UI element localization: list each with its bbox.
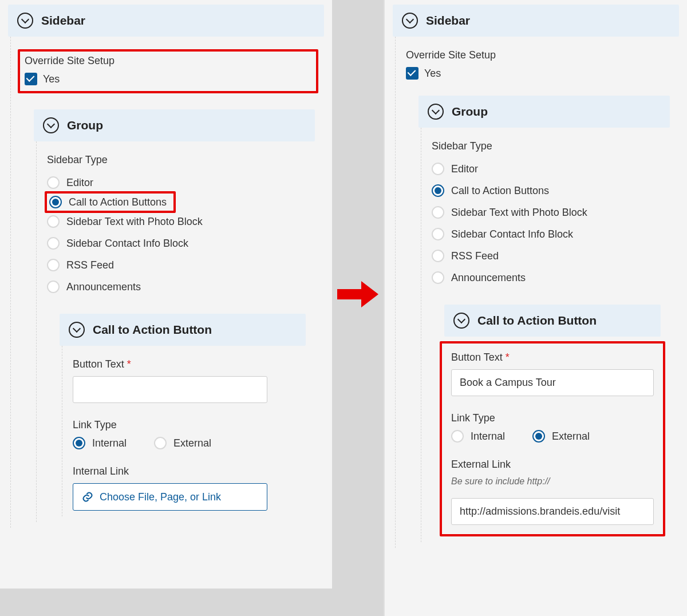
radio-icon bbox=[532, 430, 545, 443]
sidebar-type-option[interactable]: Sidebar Contact Info Block bbox=[432, 223, 661, 245]
radio-icon bbox=[451, 430, 464, 443]
radio-icon bbox=[432, 271, 444, 284]
radio-icon bbox=[47, 215, 60, 228]
choose-file-button[interactable]: Choose File, Page, or Link bbox=[73, 483, 267, 511]
override-label: Override Site Setup bbox=[25, 55, 311, 67]
external-link-input[interactable] bbox=[451, 498, 654, 525]
radio-icon bbox=[432, 163, 444, 175]
override-checkbox[interactable] bbox=[406, 67, 418, 80]
group-body: Sidebar Type Editor Call to Action Butto… bbox=[421, 128, 670, 542]
sidebar-type-option[interactable]: Call to Action Buttons bbox=[45, 191, 176, 213]
radio-icon bbox=[432, 228, 444, 240]
radio-icon bbox=[432, 250, 444, 262]
cta-title: Call to Action Button bbox=[93, 323, 212, 337]
link-type-option[interactable]: External bbox=[532, 430, 590, 443]
link-type-radio-group: Internal External bbox=[73, 437, 297, 449]
group-title: Group bbox=[67, 119, 103, 132]
sidebar-body: Override Site Setup Yes Group Sidebar Ty… bbox=[395, 37, 679, 548]
required-marker: * bbox=[127, 358, 131, 370]
group-accordion-header[interactable]: Group bbox=[34, 109, 315, 141]
arrow-icon bbox=[337, 281, 378, 307]
group-body: Sidebar Type Editor Call to Action Butto… bbox=[36, 141, 315, 522]
sidebar-title: Sidebar bbox=[41, 14, 85, 27]
sidebar-type-option[interactable]: RSS Feed bbox=[432, 245, 661, 267]
sidebar-type-option[interactable]: Sidebar Contact Info Block bbox=[47, 232, 306, 254]
internal-link-label: Internal Link bbox=[73, 465, 297, 477]
right-panel: Sidebar Override Site Setup Yes Group Si… bbox=[384, 0, 687, 616]
radio-icon bbox=[47, 237, 60, 250]
sidebar-type-option[interactable]: Call to Action Buttons bbox=[432, 180, 661, 202]
sidebar-type-option[interactable]: Announcements bbox=[47, 276, 306, 298]
button-text-input[interactable] bbox=[73, 376, 267, 403]
cta-body: Button Text * Link Type Internal bbox=[62, 346, 306, 516]
sidebar-body: Override Site Setup Yes Group Sidebar Ty… bbox=[10, 37, 324, 528]
sidebar-title: Sidebar bbox=[426, 14, 470, 27]
override-value-label: Yes bbox=[43, 73, 60, 85]
sidebar-accordion-header[interactable]: Sidebar bbox=[8, 5, 324, 37]
chevron-down-icon bbox=[428, 104, 444, 120]
sidebar-type-option[interactable]: Sidebar Text with Photo Block bbox=[47, 211, 306, 232]
external-link-label: External Link bbox=[451, 459, 654, 471]
radio-icon bbox=[432, 206, 444, 219]
radio-icon bbox=[154, 437, 167, 449]
radio-icon bbox=[47, 176, 60, 189]
cta-accordion-header[interactable]: Call to Action Button bbox=[444, 305, 661, 337]
button-text-label: Button Text * bbox=[451, 352, 654, 364]
highlight-cta-fields: Button Text * Link Type Internal bbox=[440, 341, 665, 536]
group-accordion-header[interactable]: Group bbox=[418, 96, 670, 128]
highlight-cta-radio: Call to Action Buttons bbox=[47, 194, 306, 211]
radio-icon bbox=[47, 281, 60, 293]
link-type-radio-group: Internal External bbox=[451, 430, 654, 443]
cta-title: Call to Action Button bbox=[477, 314, 597, 327]
group-title: Group bbox=[452, 105, 488, 119]
link-type-label: Link Type bbox=[73, 419, 297, 431]
sidebar-type-label: Sidebar Type bbox=[47, 154, 306, 166]
override-value-label: Yes bbox=[424, 68, 441, 80]
radio-icon bbox=[47, 259, 60, 271]
sidebar-type-label: Sidebar Type bbox=[432, 140, 661, 152]
link-icon bbox=[81, 491, 94, 503]
chevron-down-icon bbox=[402, 13, 418, 29]
sidebar-type-option[interactable]: Editor bbox=[432, 158, 661, 180]
link-type-option[interactable]: Internal bbox=[451, 430, 505, 443]
required-marker: * bbox=[506, 352, 510, 363]
sidebar-type-radio-group: Editor Call to Action Buttons Sidebar Te… bbox=[47, 172, 306, 298]
link-type-option[interactable]: Internal bbox=[73, 437, 127, 449]
button-text-label: Button Text * bbox=[73, 358, 297, 370]
override-checkbox[interactable] bbox=[25, 73, 37, 85]
left-panel: Sidebar Override Site Setup Yes Group Si… bbox=[0, 0, 332, 589]
sidebar-accordion-header[interactable]: Sidebar bbox=[393, 5, 679, 37]
chevron-down-icon bbox=[17, 13, 33, 29]
radio-icon bbox=[49, 196, 62, 208]
chevron-down-icon bbox=[43, 117, 59, 133]
chevron-down-icon bbox=[69, 322, 85, 338]
button-text-input[interactable] bbox=[451, 369, 654, 396]
cta-accordion-header[interactable]: Call to Action Button bbox=[60, 314, 306, 346]
sidebar-type-option[interactable]: Sidebar Text with Photo Block bbox=[432, 202, 661, 223]
sidebar-type-option[interactable]: Announcements bbox=[432, 267, 661, 289]
radio-icon bbox=[73, 437, 85, 449]
transition-arrow-area bbox=[332, 0, 384, 589]
choose-file-label: Choose File, Page, or Link bbox=[100, 491, 221, 503]
sidebar-type-option[interactable]: Editor bbox=[47, 172, 306, 194]
external-link-help: Be sure to include http:// bbox=[451, 476, 654, 487]
svg-marker-0 bbox=[337, 281, 378, 307]
highlight-override: Override Site Setup Yes bbox=[18, 49, 318, 93]
sidebar-type-option[interactable]: RSS Feed bbox=[47, 254, 306, 276]
chevron-down-icon bbox=[453, 313, 469, 329]
override-label: Override Site Setup bbox=[406, 49, 670, 61]
sidebar-type-radio-group: Editor Call to Action Buttons Sidebar Te… bbox=[432, 158, 661, 289]
link-type-option[interactable]: External bbox=[154, 437, 211, 449]
link-type-label: Link Type bbox=[451, 412, 654, 424]
radio-icon bbox=[432, 184, 444, 197]
